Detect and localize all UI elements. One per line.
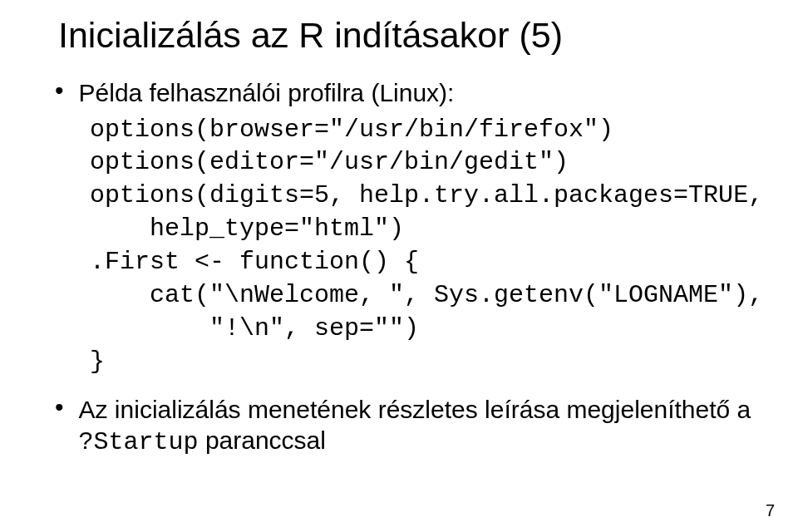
code-line-3: options(digits=5, help.try.all.packages=… — [90, 181, 763, 209]
code-line-5: .First <- function() { — [90, 248, 419, 276]
bullet-text-1: Példa felhasználói profilra (Linux): — [79, 77, 455, 109]
code-line-7: "!\n", sep="") — [90, 314, 419, 342]
bullet-item-1: • Példa felhasználói profilra (Linux): — [58, 77, 765, 109]
code-block: options(browser="/usr/bin/firefox") opti… — [90, 114, 765, 379]
code-line-8: } — [90, 347, 105, 376]
bullet-dot-icon: • — [55, 394, 64, 421]
bullet2-part-a: Az inicializálás menetének részletes leí… — [79, 396, 751, 423]
code-line-6: cat("\nWelcome, ", Sys.getenv("LOGNAME")… — [90, 281, 763, 309]
slide-content: • Példa felhasználói profilra (Linux): o… — [58, 77, 765, 459]
code-line-1: options(browser="/usr/bin/firefox") — [90, 116, 613, 144]
startup-command: ?Startup — [79, 428, 199, 456]
bullet-text-2: Az inicializálás menetének részletes leí… — [79, 394, 765, 459]
bullet2-part-c: paranccsal — [199, 426, 326, 454]
code-line-2: options(editor="/usr/bin/gedit") — [90, 148, 569, 176]
page-number: 7 — [766, 501, 775, 520]
bullet-item-2: • Az inicializálás menetének részletes l… — [58, 394, 765, 459]
code-line-4: help_type="html") — [90, 214, 404, 243]
page-title: Inicializálás az R indításakor (5) — [58, 15, 765, 56]
bullet-dot-icon: • — [55, 77, 64, 104]
